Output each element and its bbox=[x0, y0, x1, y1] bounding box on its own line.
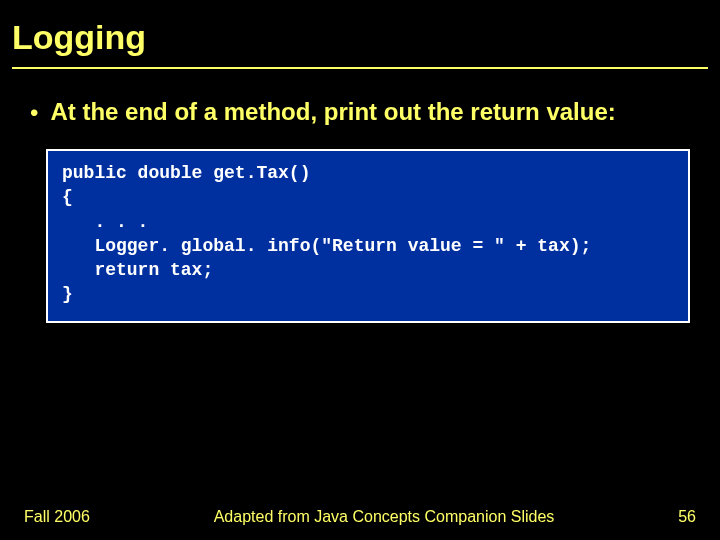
footer-term: Fall 2006 bbox=[24, 508, 90, 526]
page-number: 56 bbox=[678, 508, 696, 526]
bullet-text: At the end of a method, print out the re… bbox=[50, 97, 615, 127]
footer: Fall 2006 Adapted from Java Concepts Com… bbox=[0, 508, 720, 526]
bullet-item: • At the end of a method, print out the … bbox=[30, 97, 700, 127]
title-divider bbox=[12, 67, 708, 69]
content-area: • At the end of a method, print out the … bbox=[0, 97, 720, 127]
footer-attribution: Adapted from Java Concepts Companion Sli… bbox=[90, 508, 678, 526]
slide: Logging • At the end of a method, print … bbox=[0, 0, 720, 540]
code-block: public double get.Tax() { . . . Logger. … bbox=[46, 149, 690, 323]
bullet-icon: • bbox=[30, 99, 38, 127]
slide-title: Logging bbox=[0, 18, 720, 67]
